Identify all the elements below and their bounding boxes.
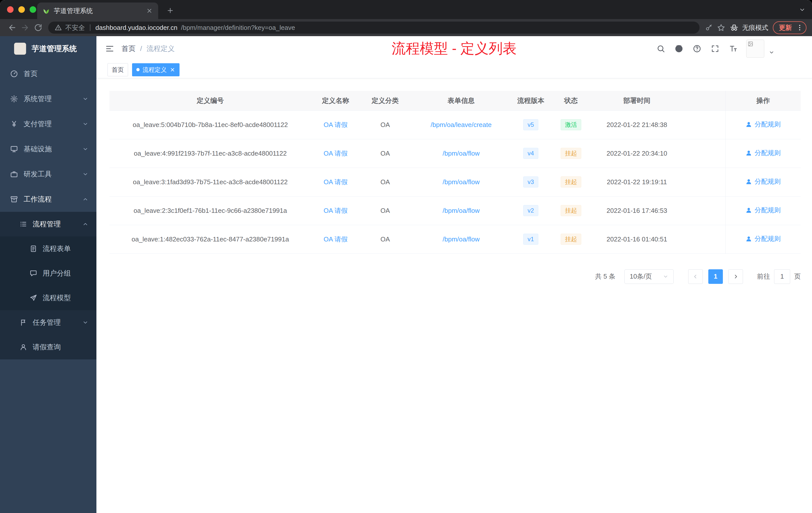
pagination-total: 共 5 条 xyxy=(595,272,615,281)
goto-page-input[interactable] xyxy=(774,269,790,284)
form-info-link[interactable]: /bpm/oa/flow xyxy=(443,178,480,186)
sidebar-item-dev-tools[interactable]: 研发工具 xyxy=(0,162,96,187)
sidebar-item-process-mgmt[interactable]: 流程管理 xyxy=(0,212,96,236)
minimize-window-button[interactable] xyxy=(18,6,25,13)
back-button[interactable] xyxy=(5,21,19,34)
sidebar-item-process-form[interactable]: 流程表单 xyxy=(0,236,96,261)
tab-search-chevron-icon[interactable] xyxy=(799,6,806,13)
close-window-button[interactable] xyxy=(7,6,13,13)
window-controls xyxy=(7,6,36,13)
tag-close-icon[interactable] xyxy=(170,67,175,72)
sidebar-item-process-model[interactable]: 流程模型 xyxy=(0,285,96,310)
deploy-time-cell: 2022-01-22 21:48:38 xyxy=(592,111,682,139)
sidebar-fold-button[interactable] xyxy=(105,44,115,54)
update-label: 更新 xyxy=(779,23,792,32)
assign-rule-link[interactable]: 分配规则 xyxy=(746,149,781,157)
sidebar-item-workflow[interactable]: 工作流程 xyxy=(0,187,96,212)
chevron-down-icon xyxy=(82,171,88,177)
app-root: 芋道管理系统 首页 系统管理 xyxy=(0,36,812,513)
incognito-badge: 无痕模式 xyxy=(730,23,768,32)
next-page-button[interactable] xyxy=(728,269,743,284)
sidebar-item-label: 系统管理 xyxy=(24,94,52,104)
version-badge: v1 xyxy=(523,234,538,245)
user-avatar[interactable] xyxy=(746,40,764,58)
page-number-1[interactable]: 1 xyxy=(708,269,723,284)
sidebar-item-label: 支付管理 xyxy=(24,119,52,129)
avatar-caret-icon[interactable] xyxy=(769,50,774,55)
security-label: 不安全 xyxy=(65,23,85,32)
font-size-icon[interactable] xyxy=(728,44,738,54)
reload-button[interactable] xyxy=(32,21,45,34)
browser-update-chip[interactable]: 更新 xyxy=(773,21,807,34)
workflow-submenu: 流程管理 流程表单 用户分组 xyxy=(0,212,96,359)
sidebar-item-label: 任务管理 xyxy=(33,318,61,327)
spacer-cell xyxy=(682,196,725,225)
new-tab-button[interactable] xyxy=(163,3,177,18)
sidebar-item-task-mgmt[interactable]: 任务管理 xyxy=(0,310,96,335)
bookmark-star-icon[interactable] xyxy=(715,22,727,34)
address-bar[interactable]: 不安全 dashboard.yudao.iocoder.cn /bpm/mana… xyxy=(48,22,699,34)
password-key-icon[interactable] xyxy=(703,22,715,34)
definition-name-link[interactable]: OA 请假 xyxy=(324,235,348,243)
chevron-down-icon xyxy=(82,320,88,326)
search-icon[interactable] xyxy=(656,44,666,54)
definition-id-cell: oa_leave:3:1fad3d93-7b75-11ec-a3c8-acde4… xyxy=(110,168,311,196)
zoom-window-button[interactable] xyxy=(30,6,36,13)
help-icon[interactable] xyxy=(692,44,702,54)
browser-tab[interactable]: 芋道管理系统 xyxy=(37,2,158,19)
form-info-link[interactable]: /bpm/oa/flow xyxy=(443,150,480,157)
deploy-time-cell: 2022-01-22 19:19:11 xyxy=(592,168,682,196)
page-content: 定义编号 定义名称 定义分类 表单信息 流程版本 状态 部署时间 操作 xyxy=(96,78,812,284)
page-size-value: 10条/页 xyxy=(630,272,652,281)
definition-table: 定义编号 定义名称 定义分类 表单信息 流程版本 状态 部署时间 操作 xyxy=(110,91,801,254)
definition-name-link[interactable]: OA 请假 xyxy=(324,121,348,128)
forward-button[interactable] xyxy=(19,21,32,34)
form-info-link[interactable]: /bpm/oa/flow xyxy=(443,207,480,214)
tab-close-icon[interactable] xyxy=(146,7,153,14)
sidebar-item-user-group[interactable]: 用户分组 xyxy=(0,261,96,285)
tag-home[interactable]: 首页 xyxy=(108,63,128,76)
version-badge: v4 xyxy=(523,148,538,159)
sidebar-item-payment-mgmt[interactable]: 支付管理 xyxy=(0,112,96,137)
form-info-link[interactable]: /bpm/oa/leave/create xyxy=(431,121,492,128)
sidebar-logo[interactable]: 芋道管理系统 xyxy=(0,36,96,61)
sidebar-item-infrastructure[interactable]: 基础设施 xyxy=(0,137,96,162)
sidebar-item-home[interactable]: 首页 xyxy=(0,61,96,86)
dashboard-icon xyxy=(10,70,18,78)
browser-toolbar: 不安全 dashboard.yudao.iocoder.cn /bpm/mana… xyxy=(0,19,812,36)
github-icon[interactable] xyxy=(674,44,684,54)
browser-menu-dots-icon[interactable] xyxy=(796,24,804,31)
paper-plane-icon xyxy=(30,294,37,302)
assign-rule-link[interactable]: 分配规则 xyxy=(746,234,781,243)
assign-rule-link[interactable]: 分配规则 xyxy=(746,177,781,186)
table-row: oa_leave:1:482ec033-762a-11ec-8477-a2380… xyxy=(110,225,801,253)
table-row: oa_leave:4:991f2193-7b7f-11ec-a3c8-acde4… xyxy=(110,139,801,168)
prev-page-button[interactable] xyxy=(688,269,703,284)
table-row: oa_leave:2:3c1f0ef1-76b1-11ec-9c66-a2380… xyxy=(110,196,801,225)
page-size-select[interactable]: 10条/页 xyxy=(625,269,674,284)
category-cell: OA xyxy=(360,111,410,139)
spacer-cell xyxy=(682,168,725,196)
form-info-link[interactable]: /bpm/oa/flow xyxy=(443,235,480,243)
breadcrumb-home[interactable]: 首页 xyxy=(121,44,136,54)
incognito-label: 无痕模式 xyxy=(742,23,768,32)
tag-process-definition[interactable]: 流程定义 xyxy=(132,63,179,76)
deploy-time-cell: 2022-01-16 17:46:53 xyxy=(592,196,682,225)
chevron-down-icon xyxy=(82,96,88,102)
assign-rule-link[interactable]: 分配规则 xyxy=(746,206,781,215)
table-header-row: 定义编号 定义名称 定义分类 表单信息 流程版本 状态 部署时间 操作 xyxy=(110,91,801,111)
category-cell: OA xyxy=(360,225,410,253)
page-header: 首页 / 流程定义 流程模型 - 定义列表 xyxy=(96,36,812,61)
definition-name-link[interactable]: OA 请假 xyxy=(324,207,348,214)
sidebar-item-system-mgmt[interactable]: 系统管理 xyxy=(0,86,96,112)
definition-name-link[interactable]: OA 请假 xyxy=(324,150,348,157)
incognito-icon xyxy=(730,23,739,32)
column-header-definition-name: 定义名称 xyxy=(311,91,360,111)
sidebar-item-leave-query[interactable]: 请假查询 xyxy=(0,335,96,359)
chevron-down-icon xyxy=(663,274,668,279)
fullscreen-icon[interactable] xyxy=(710,44,720,54)
definition-name-link[interactable]: OA 请假 xyxy=(324,178,348,186)
chevron-up-icon xyxy=(82,221,88,227)
assign-rule-link[interactable]: 分配规则 xyxy=(746,120,781,129)
definition-id-cell: oa_leave:1:482ec033-762a-11ec-8477-a2380… xyxy=(110,225,311,253)
